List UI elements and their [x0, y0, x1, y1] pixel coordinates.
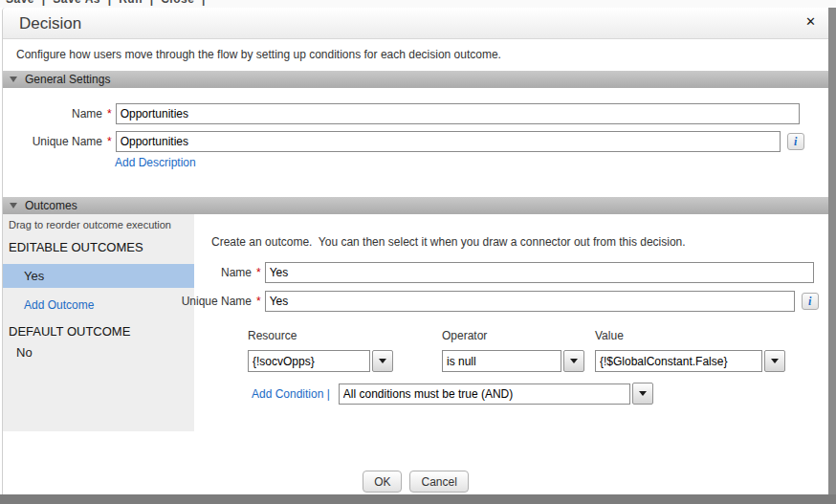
outcome-name-label: Name	[118, 266, 252, 279]
outcomes-section-header[interactable]: Outcomes	[3, 197, 828, 214]
unique-name-label: Unique Name	[11, 135, 102, 148]
dialog-title: Decision	[19, 14, 81, 33]
dialog-header: Decision ✕	[3, 8, 828, 39]
outcomes-section-label: Outcomes	[25, 199, 77, 212]
background-toolbar-labels: Save | Save As | Run | Close |	[6, 0, 206, 6]
ok-button[interactable]: OK	[363, 471, 402, 493]
name-label: Name	[11, 107, 102, 121]
resource-dropdown-button[interactable]	[372, 350, 393, 372]
dialog-description: Configure how users move through the flo…	[16, 48, 501, 61]
collapse-triangle-icon	[10, 203, 17, 208]
name-field-row: Name *	[11, 103, 800, 124]
canvas-edge-bottom	[0, 494, 836, 504]
required-asterisk: *	[107, 135, 112, 148]
outcome-unique-name-label: Unique Name	[118, 295, 252, 308]
background-toolbar: Save | Save As | Run | Close |	[0, 0, 836, 8]
chevron-down-icon	[570, 359, 578, 363]
outcome-intro-text: Create an outcome. You can then select i…	[211, 235, 686, 249]
collapse-triangle-icon	[10, 77, 17, 82]
cancel-button[interactable]: Cancel	[409, 471, 468, 493]
required-asterisk: *	[256, 295, 261, 308]
resource-combobox	[248, 350, 393, 372]
value-input[interactable]	[595, 350, 762, 372]
add-description-link[interactable]: Add Description	[115, 156, 196, 169]
operator-input[interactable]	[442, 350, 561, 372]
default-outcome-heading: DEFAULT OUTCOME	[9, 324, 130, 339]
condition-logic-dropdown-button[interactable]	[632, 383, 653, 405]
editable-outcomes-heading: EDITABLE OUTCOMES	[9, 240, 143, 254]
condition-logic-input[interactable]	[339, 383, 630, 405]
add-condition-row: Add Condition |	[252, 383, 653, 405]
add-outcome-link[interactable]: Add Outcome	[24, 298, 94, 312]
operator-combobox	[442, 350, 584, 372]
value-dropdown-button[interactable]	[764, 350, 785, 372]
info-icon[interactable]: i	[802, 293, 819, 310]
resource-column-label: Resource	[248, 329, 297, 342]
value-column-label: Value	[595, 329, 624, 342]
drag-reorder-hint: Drag to reorder outcome execution	[9, 219, 171, 230]
operator-column-label: Operator	[442, 329, 487, 342]
unique-name-field-row: Unique Name * i	[11, 131, 804, 152]
name-input[interactable]	[116, 103, 800, 124]
dialog-button-row: OK Cancel	[3, 471, 828, 493]
outcome-unique-name-input[interactable]	[265, 291, 795, 312]
operator-dropdown-button[interactable]	[563, 350, 584, 372]
outcome-name-row: Name *	[118, 262, 814, 283]
outcome-item-no[interactable]: No	[16, 345, 33, 360]
value-combobox	[595, 350, 785, 372]
outcomes-sidebar: Drag to reorder outcome execution EDITAB…	[3, 214, 194, 431]
required-asterisk: *	[107, 107, 112, 121]
resource-input[interactable]	[248, 350, 370, 372]
chevron-down-icon	[379, 359, 386, 363]
canvas-edge-right	[828, 8, 836, 504]
close-icon[interactable]: ✕	[805, 14, 816, 30]
outcome-unique-name-row: Unique Name * i	[118, 291, 819, 312]
chevron-down-icon	[639, 391, 647, 396]
required-asterisk: *	[256, 266, 261, 279]
unique-name-input[interactable]	[116, 131, 781, 152]
general-settings-section-label: General Settings	[25, 73, 110, 86]
decision-dialog: Decision ✕ Configure how users move thro…	[2, 8, 828, 494]
info-icon[interactable]: i	[787, 133, 804, 150]
add-condition-link[interactable]: Add Condition |	[252, 387, 330, 401]
flow-designer-screen: Save | Save As | Run | Close | Decision …	[0, 0, 836, 504]
outcome-name-input[interactable]	[265, 262, 814, 283]
general-settings-section-header[interactable]: General Settings	[3, 71, 828, 88]
chevron-down-icon	[771, 359, 779, 363]
